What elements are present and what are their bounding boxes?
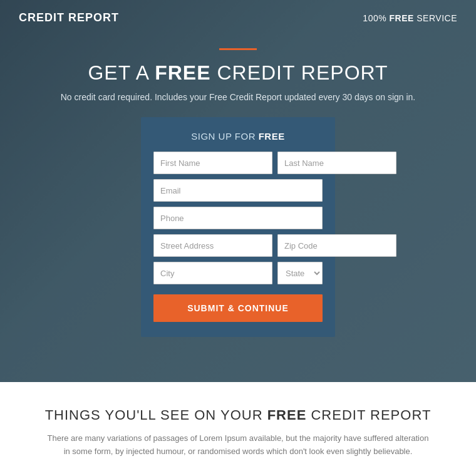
brand-logo: CREDIT REPORT <box>19 11 119 24</box>
city-input[interactable] <box>153 262 272 284</box>
hero-subtitle: No credit card required. Includes your F… <box>0 92 476 102</box>
hero-divider <box>219 48 257 50</box>
hero-title: GET A FREE CREDIT REPORT <box>0 61 476 85</box>
hero-section: CREDIT REPORT 100% FREE SERVICE GET A FR… <box>0 0 476 382</box>
email-input[interactable] <box>153 179 323 202</box>
last-name-input[interactable] <box>277 152 396 174</box>
city-state-row: State ALAKAZCA COFLGANY TX <box>153 262 323 284</box>
submit-button[interactable]: SUBMIT & CONTINUE <box>153 294 323 322</box>
street-input[interactable] <box>153 234 272 257</box>
zip-input[interactable] <box>277 234 396 257</box>
bottom-title: THINGS YOU'LL SEE ON YOUR FREE CREDIT RE… <box>25 407 451 423</box>
email-row <box>153 179 323 202</box>
address-row <box>153 234 323 257</box>
top-nav: CREDIT REPORT 100% FREE SERVICE <box>0 0 476 36</box>
name-row <box>153 152 323 174</box>
phone-row <box>153 207 323 229</box>
service-badge: 100% FREE SERVICE <box>363 13 457 23</box>
first-name-input[interactable] <box>153 152 272 174</box>
bottom-description: There are many variations of passages of… <box>44 432 432 458</box>
state-select[interactable]: State ALAKAZCA COFLGANY TX <box>277 262 323 284</box>
signup-form-card: SIGN UP FOR FREE State ALAKAZCA <box>141 117 335 337</box>
phone-input[interactable] <box>153 207 323 229</box>
bottom-section: THINGS YOU'LL SEE ON YOUR FREE CREDIT RE… <box>0 382 476 476</box>
form-title: SIGN UP FOR FREE <box>153 131 323 142</box>
hero-content: GET A FREE CREDIT REPORT No credit card … <box>0 36 476 337</box>
